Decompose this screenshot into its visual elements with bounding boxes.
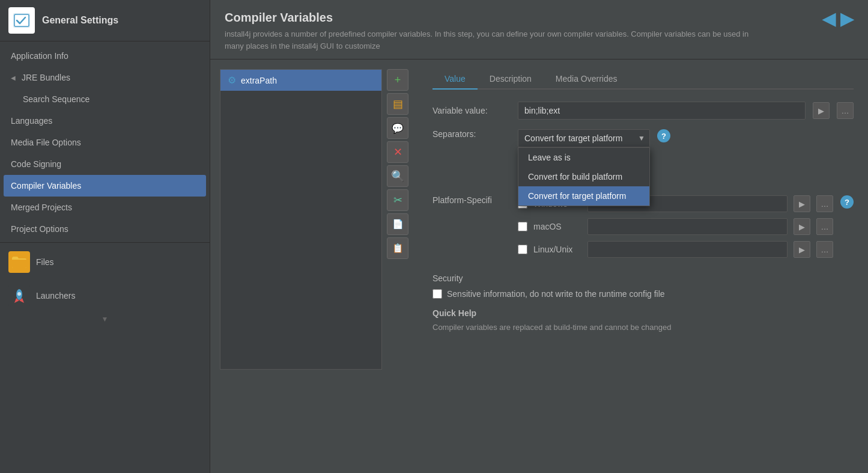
sensitive-label: Sensitive information, do not write to t… xyxy=(447,289,665,299)
tabs: Value Description Media Overrides xyxy=(432,69,854,90)
svg-point-5 xyxy=(17,292,21,296)
content-area: ⚙ extraPath + ▤ 💬 ✕ 🔍 xyxy=(210,60,868,473)
nav-back-button[interactable]: ◀ xyxy=(822,11,836,28)
search-icon: 🔍 xyxy=(391,169,404,183)
nav-forward-button[interactable]: ▶ xyxy=(840,11,854,28)
sidebar-item-search-sequence[interactable]: Search Sequence xyxy=(0,88,210,110)
sidebar-header: General Settings xyxy=(0,0,210,41)
security-row: Sensitive information, do not write to t… xyxy=(432,289,854,299)
separators-help-icon[interactable]: ? xyxy=(657,129,670,142)
separators-dropdown-menu: Leave as is Convert for build platform C… xyxy=(518,147,650,206)
general-settings-icon-box xyxy=(8,7,35,34)
security-title: Security xyxy=(432,273,854,283)
linux-ellipsis-button[interactable]: … xyxy=(816,241,833,258)
page-description: install4j provides a number of predefine… xyxy=(225,28,765,52)
action-buttons: + ▤ 💬 ✕ 🔍 ✂ 📄 xyxy=(387,69,408,259)
sensitive-checkbox[interactable] xyxy=(432,289,442,299)
windows-play-icon: ▶ xyxy=(799,200,805,209)
linux-play-button[interactable]: ▶ xyxy=(794,241,810,258)
new-file-icon: 📄 xyxy=(392,219,404,230)
sidebar-item-jre-bundles[interactable]: ◀ JRE Bundles xyxy=(0,67,210,88)
linux-checkbox[interactable] xyxy=(518,245,527,254)
sidebar-items: Application Info ◀ JRE Bundles Search Se… xyxy=(0,41,210,473)
dropdown-item-leave-as-is[interactable]: Leave as is xyxy=(518,148,649,167)
play-icon: ▶ xyxy=(818,106,824,115)
jre-bundles-chevron: ◀ xyxy=(11,75,16,81)
variable-value-input[interactable] xyxy=(518,102,806,120)
list-item-extrapath[interactable]: ⚙ extraPath xyxy=(220,70,381,91)
delete-icon: ✕ xyxy=(393,145,402,159)
quick-help-text: Compiler variables are replaced at build… xyxy=(432,322,854,334)
main-header: Compiler Variables install4j provides a … xyxy=(210,0,868,60)
items-list: ⚙ extraPath xyxy=(220,69,382,370)
general-settings-icon xyxy=(12,11,31,30)
macos-ellipsis-icon: … xyxy=(821,222,829,231)
folder-icon: ▤ xyxy=(393,97,403,111)
macos-label: macOS xyxy=(533,222,581,231)
windows-play-button[interactable]: ▶ xyxy=(794,195,810,212)
tab-value[interactable]: Value xyxy=(432,69,478,90)
separators-select[interactable]: Leave as is Convert for build platform C… xyxy=(518,129,650,147)
main-content: Compiler Variables install4j provides a … xyxy=(210,0,868,473)
variable-play-button[interactable]: ▶ xyxy=(813,102,830,119)
tab-description[interactable]: Description xyxy=(478,69,544,90)
copy-icon: 📋 xyxy=(392,243,404,254)
platform-help-icon[interactable]: ? xyxy=(840,195,854,209)
sidebar-section-files[interactable]: Files xyxy=(0,245,210,279)
macos-play-button[interactable]: ▶ xyxy=(794,218,810,235)
sidebar-item-project-options[interactable]: Project Options xyxy=(0,218,210,240)
scroll-indicator: ▼ xyxy=(0,313,210,326)
linux-ellipsis-icon: … xyxy=(821,245,829,254)
windows-ellipsis-button[interactable]: … xyxy=(816,195,833,212)
macos-ellipsis-button[interactable]: … xyxy=(816,218,833,235)
platform-specific-label: Platform-Specifi xyxy=(432,195,511,205)
sidebar-item-application-info[interactable]: Application Info xyxy=(0,45,210,67)
sidebar-item-merged-projects[interactable]: Merged Projects xyxy=(0,197,210,218)
macos-input[interactable] xyxy=(587,218,788,235)
macos-checkbox[interactable] xyxy=(518,222,527,231)
files-icon xyxy=(8,251,30,273)
dropdown-item-convert-target[interactable]: Convert for target platform xyxy=(518,186,649,206)
page-title: Compiler Variables xyxy=(225,11,765,25)
right-panel: Value Description Media Overrides Variab… xyxy=(418,60,868,473)
sidebar-item-languages[interactable]: Languages xyxy=(0,110,210,132)
comment-icon: 💬 xyxy=(392,123,404,134)
item-gear-icon: ⚙ xyxy=(228,75,236,86)
quick-help-title: Quick Help xyxy=(432,308,854,318)
folder-button[interactable]: ▤ xyxy=(387,93,408,115)
folder-icon xyxy=(11,254,28,270)
sidebar-item-media-file-options[interactable]: Media File Options xyxy=(0,132,210,153)
cut-button[interactable]: ✂ xyxy=(387,189,408,211)
platform-row-macos: macOS ▶ … xyxy=(518,218,833,235)
separators-row: Separators: Leave as is Convert for buil… xyxy=(432,129,854,147)
linux-input[interactable] xyxy=(587,241,788,258)
launchers-icon xyxy=(8,285,30,307)
variable-value-row: Variable value: ▶ … xyxy=(432,102,854,120)
linux-play-icon: ▶ xyxy=(799,245,805,254)
sidebar-header-title: General Settings xyxy=(42,15,118,26)
list-panel: ⚙ extraPath + ▤ 💬 ✕ 🔍 xyxy=(210,60,418,473)
copy-button[interactable]: 📋 xyxy=(387,237,408,259)
sidebar-item-compiler-variables[interactable]: Compiler Variables xyxy=(4,175,206,197)
comment-button[interactable]: 💬 xyxy=(387,117,408,139)
sidebar-section-launchers[interactable]: Launchers xyxy=(0,279,210,313)
new-file-button[interactable]: 📄 xyxy=(387,213,408,235)
main-header-text: Compiler Variables install4j provides a … xyxy=(225,11,765,52)
linux-label: Linux/Unix xyxy=(533,245,581,254)
sidebar-item-code-signing[interactable]: Code Signing xyxy=(0,153,210,175)
delete-button[interactable]: ✕ xyxy=(387,141,408,163)
nav-arrows: ◀ ▶ xyxy=(822,11,854,28)
separators-select-wrapper: Leave as is Convert for build platform C… xyxy=(518,129,650,147)
variable-ellipsis-button[interactable]: … xyxy=(837,102,854,119)
add-button[interactable]: + xyxy=(387,69,408,91)
platform-row-linux: Linux/Unix ▶ … xyxy=(518,241,833,258)
dropdown-item-convert-build[interactable]: Convert for build platform xyxy=(518,167,649,186)
ellipsis-icon: … xyxy=(842,106,849,115)
tab-media-overrides[interactable]: Media Overrides xyxy=(544,69,630,90)
separators-dropdown-container: Leave as is Convert for build platform C… xyxy=(518,129,650,147)
search-button[interactable]: 🔍 xyxy=(387,165,408,187)
windows-ellipsis-icon: … xyxy=(821,200,829,209)
security-section: Security Sensitive information, do not w… xyxy=(432,273,854,299)
quick-help-section: Quick Help Compiler variables are replac… xyxy=(432,308,854,334)
macos-play-icon: ▶ xyxy=(799,222,805,231)
